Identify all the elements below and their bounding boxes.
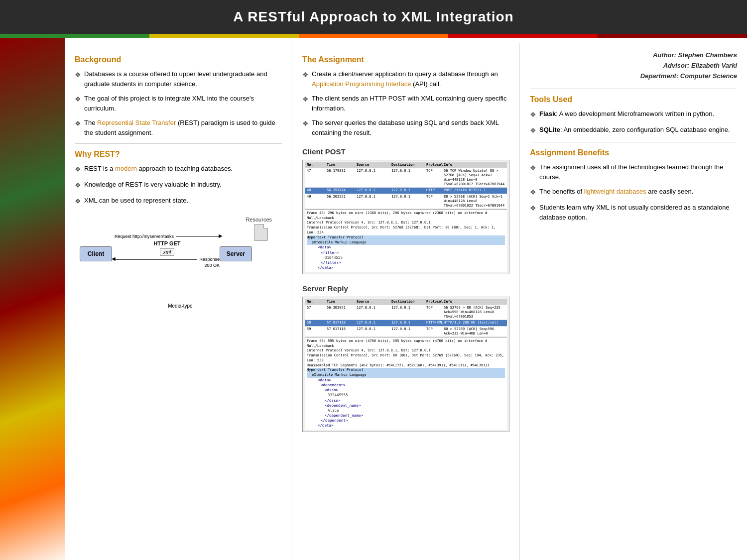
why-rest-bullet-2-text: Knowledge of REST is very valuable in in… <box>84 180 222 190</box>
why-rest-bullet-1-text: REST is a modern approach to teaching da… <box>84 164 233 174</box>
assignment-bullet-2-text: The client sends an HTTP POST with XML c… <box>312 94 509 113</box>
ws-header-row: No. Time Source Destination Protocol Inf… <box>305 162 507 168</box>
ws-col-info: Info <box>443 300 506 304</box>
ws-detail-line: Frame 48: 296 bytes on wire (2368 bits),… <box>307 211 505 216</box>
ws-server-detail: Frame 58: 595 bytes on wire (4760 bits),… <box>305 337 507 430</box>
ws-proto: TCP <box>425 306 443 319</box>
xml-container: xml <box>115 248 220 255</box>
bullet-diamond-icon: ❖ <box>302 70 309 80</box>
response-label: Response <box>199 257 220 262</box>
modern-link: modern <box>115 165 137 172</box>
client-box: Client <box>80 246 112 261</box>
ws-info: 80 > 52769 [ACK] Seq=596 Ack=235 Win=40B… <box>443 327 506 336</box>
why-rest-bullet-1: ❖ REST is a modern approach to teaching … <box>75 164 282 175</box>
media-type-label: Media-type <box>168 303 192 309</box>
ws-info: 56 52769 > 80 [ACK] Seq=235 Ack=596 Win=… <box>443 306 506 319</box>
bullet-diamond-icon: ❖ <box>75 164 81 175</box>
network-diagram-section: Resources Client Server Request http://m… <box>75 217 282 311</box>
ws-detail-selected-line: eXtensible Markup Language <box>307 240 505 245</box>
xml-line: </dssn> <box>311 398 505 403</box>
author-label: Author: Stephen Chambers <box>653 51 737 59</box>
advisor-label: Advisor: Elizabeth Varki <box>663 62 737 69</box>
xml-line: <filter> <box>311 250 505 255</box>
bullet-diamond-icon: ❖ <box>530 110 536 120</box>
tools-divider <box>530 142 737 142</box>
ws-detail-line: Reassembled TCP Segments (462 bytes): #5… <box>307 363 505 368</box>
xml-line: <data> <box>311 245 505 250</box>
xml-line: <data> <box>311 378 505 383</box>
ws-server-row-2-selected: 58 57.017118 127.0.0.1 127.0.0.1 HTTP/XM… <box>305 320 507 326</box>
ws-client-row-3: 49 56.202551 127.0.0.1 127.0.0.1 TCP 80 … <box>305 194 507 209</box>
ws-detail-line: Internet Protocol Version 4, Src: 127.0.… <box>307 221 505 225</box>
ws-proto: HTTP <box>425 188 443 193</box>
ws-dst: 127.0.0.1 <box>390 188 425 193</box>
ws-col-no: No. <box>306 163 326 167</box>
background-heading: Background <box>75 55 282 64</box>
ws-no: 58 <box>306 321 326 325</box>
ws-time: 57.017118 <box>326 321 356 325</box>
ws-detail-line: Internet Protocol Version 4, Src: 127.0.… <box>307 348 505 353</box>
ws-client-detail: Frame 48: 296 bytes on wire (2368 bits),… <box>305 209 507 272</box>
background-bullet-1-text: Databases is a course offered to upper l… <box>84 69 282 89</box>
color-bar <box>0 34 747 38</box>
ws-detail-selected-line: eXtensible Markup Language <box>307 373 505 378</box>
resources-label: Resources <box>246 217 272 223</box>
request-line: ▶ <box>176 236 220 237</box>
main-content: Background ❖ Databases is a course offer… <box>0 38 747 560</box>
ws-col-proto: Protocol <box>425 163 443 167</box>
ws-server-row-1: 57 56.302051 127.0.0.1 127.0.0.1 TCP 56 … <box>305 305 507 320</box>
server-reply-heading: Server Reply <box>302 284 509 293</box>
ws-no: 48 <box>306 188 326 193</box>
rest-link: Represential State Transfer <box>97 119 176 126</box>
ws-detail-line: Null/Loopback <box>307 216 505 221</box>
tools-bullet-2: ❖ SQLite: An embeddable, zero configurat… <box>530 125 737 136</box>
ws-server-row-3: 59 57.017118 127.0.0.1 127.0.0.1 TCP 80 … <box>305 327 507 337</box>
ws-src: 127.0.0.1 <box>356 327 390 336</box>
page-title: A RESTful Approach to XML Integration <box>0 0 747 34</box>
author-line1: Author: Stephen Chambers <box>530 50 737 61</box>
ws-header-row: No. Time Source Destination Protocol Inf… <box>305 299 507 305</box>
http-get-label: HTTP GET <box>115 240 220 246</box>
ws-detail-selected-line: Hypertext Transfer Protocol <box>307 235 505 240</box>
tools-bullet-1: ❖ Flask: A web development Microframewor… <box>530 109 737 120</box>
xml-line: <dependent> <box>311 383 505 388</box>
assignment-heading: The Assignment <box>302 55 509 64</box>
dept-label: Department: Computer Science <box>640 72 737 80</box>
ws-dst: 127.0.0.1 <box>390 327 425 336</box>
ws-dst: 127.0.0.1 <box>390 306 425 319</box>
content-area: Background ❖ Databases is a course offer… <box>65 38 747 560</box>
ws-detail-line: Frame 58: 595 bytes on wire (4760 bits),… <box>307 339 505 344</box>
client-post-heading: Client POST <box>302 147 509 156</box>
xml-line: 31044555 <box>311 255 505 260</box>
background-bullet-3-text: The Represential State Transfer (REST) p… <box>84 118 282 137</box>
ws-info: HTTP/1.0 200 OK (text/xml) <box>443 321 506 325</box>
author-line2: Advisor: Elizabeth Varki <box>530 61 737 71</box>
ws-proto: TCP <box>425 327 443 336</box>
response-arrow: ◀ Response <box>115 257 220 262</box>
bullet-diamond-icon: ❖ <box>302 118 309 129</box>
why-rest-bullet-3: ❖ XML can be used to represent state. <box>75 196 282 207</box>
bullet-diamond-icon: ❖ <box>75 180 81 191</box>
author-block: Author: Stephen Chambers Advisor: Elizab… <box>530 50 737 81</box>
bullet-diamond-icon: ❖ <box>302 94 309 105</box>
ws-detail-line: Null/Loopback <box>307 344 505 349</box>
ws-col-src: Source <box>356 163 390 167</box>
author-divider <box>530 89 737 89</box>
ws-dst: 127.0.0.1 <box>390 321 425 325</box>
benefits-bullet-3-text: Students learn why XML is not usually co… <box>539 203 737 222</box>
why-rest-bullet-3-text: XML can be used to represent state. <box>84 196 188 206</box>
flask-label: Flask <box>539 110 556 117</box>
ws-xml-snippet: <data> <filter> 31044555 </filter> </dat… <box>307 245 505 270</box>
ws-detail-line: Transmission Control Protocol, Src Port:… <box>307 353 505 363</box>
columns-container: Background ❖ Databases is a course offer… <box>65 38 747 560</box>
benefits-heading: Assignment Benefits <box>530 148 737 157</box>
bullet-diamond-icon: ❖ <box>75 118 81 129</box>
lightweight-link: lightweight databases <box>584 188 646 195</box>
ws-client-row-2-selected: 48 56.191744 127.0.0.1 127.0.0.1 HTTP PO… <box>305 188 507 194</box>
ws-col-no: No. <box>306 300 326 304</box>
ws-detail-line: Transmission Control Protocol, Src Port:… <box>307 225 505 235</box>
response-line: ◀ <box>115 259 197 260</box>
ws-col-time: Time <box>326 300 356 304</box>
xml-line: Alice <box>311 408 505 413</box>
bullet-diamond-icon: ❖ <box>75 70 81 80</box>
